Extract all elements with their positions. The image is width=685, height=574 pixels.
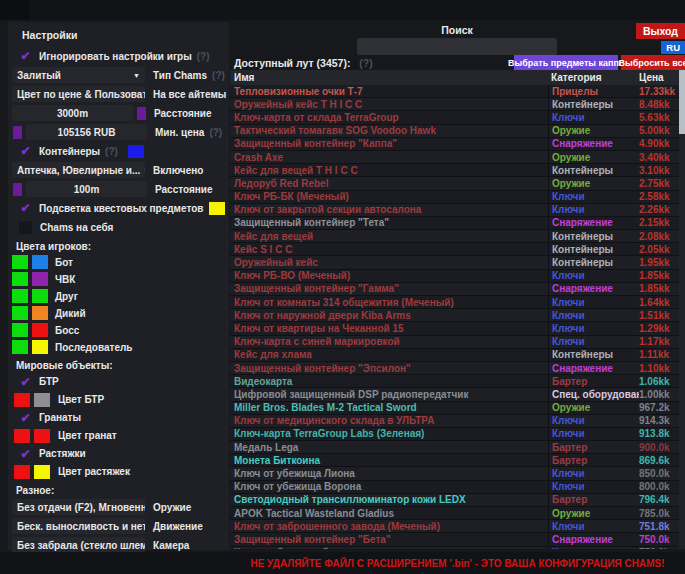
all-items-dropdown[interactable]: Цвет по цене & Пользователь ▼ [12, 86, 145, 102]
containers-row[interactable]: ✔ Контейнеры (?) [18, 143, 229, 159]
grenades-color-swatch-primary[interactable] [14, 429, 30, 443]
quest-highlight-color-swatch[interactable] [209, 202, 225, 215]
table-row[interactable]: Miller Bros. Blades M-2 Tactical Sword О… [230, 402, 679, 415]
table-row[interactable]: Защищенный контейнер "Гамма" Снаряжение … [230, 283, 679, 296]
table-row[interactable]: Ключ-карта от склада TerraGroup Ключи 5.… [230, 111, 679, 124]
table-row[interactable]: Ключ РБ-БК (Меченый) Ключи 2.58kk [230, 191, 679, 204]
table-row[interactable]: Кейс для хлама Контейнеры 1.11kk [230, 349, 679, 362]
table-row[interactable]: Ледоруб Red Rebel Оружие 2.75kk [230, 177, 679, 190]
table-row[interactable]: Защищенный контейнер "Эпсилон" Снаряжени… [230, 362, 679, 375]
column-header-category[interactable]: Категория [548, 72, 639, 83]
help-icon[interactable]: (?) [359, 57, 372, 69]
exit-button[interactable]: Выход [636, 23, 685, 39]
table-row[interactable]: Цифровой защищенный DSP радиопередатчик … [230, 388, 679, 401]
table-row[interactable]: Ключ от убежища Лиона Ключи 850.0k [230, 467, 679, 480]
table-row[interactable]: Медаль Lega Бартер 900.0k [230, 441, 679, 454]
distance-row: 3000m Расстояние [12, 105, 229, 121]
btr-color-swatch-secondary[interactable] [34, 393, 50, 407]
checkmark-icon[interactable]: ✔ [18, 49, 33, 63]
column-header-price[interactable]: Цена [639, 72, 679, 83]
weapon-dropdown[interactable]: Без отдачи (F2), Мгновенное п ▼ [12, 499, 145, 515]
distance-input[interactable]: 3000m [12, 105, 133, 121]
player-color-swatch-secondary[interactable] [32, 323, 48, 337]
checkmark-icon[interactable]: ✔ [18, 201, 33, 215]
table-scrollbar[interactable] [679, 70, 685, 549]
help-icon[interactable]: (?) [209, 127, 222, 138]
containers-color-swatch[interactable] [128, 145, 144, 158]
btr-color-swatch-primary[interactable] [14, 393, 30, 407]
chams-type-dropdown[interactable]: Залитый ▼ [12, 67, 145, 83]
checkbox-unchecked[interactable] [19, 221, 32, 234]
table-row[interactable]: Защищенный контейнер "Тета" Снаряжение 2… [230, 217, 679, 230]
table-row[interactable]: Ключ от заброшенного завода (Меченый) Кл… [230, 520, 679, 533]
table-row[interactable]: Ключ от медицинского склада в УЛЬТРА Клю… [230, 415, 679, 428]
checkmark-icon[interactable]: ✔ [18, 447, 33, 461]
table-row[interactable]: Ключ от закрытой секции автосалона Ключи… [230, 204, 679, 217]
player-color-swatch-secondary[interactable] [32, 272, 48, 286]
select-kappa-items-button[interactable]: Выбрать предметы каппа [514, 55, 618, 70]
discard-all-button[interactable]: Выбросить все [621, 55, 685, 70]
table-row[interactable]: Тактический томагавк SOG Voodoo Hawk Ору… [230, 125, 679, 138]
table-row[interactable]: Ключ от квартиры на Чеканной 15 Ключи 1.… [230, 322, 679, 335]
table-row[interactable]: Оружейный кейс T H I C C Контейнеры 8.48… [230, 98, 679, 111]
help-icon[interactable]: (?) [212, 70, 225, 81]
table-row[interactable]: Видеокарта Бартер 1.06kk [230, 375, 679, 388]
player-color-swatch-primary[interactable] [12, 340, 28, 354]
player-color-swatch-primary[interactable] [12, 272, 28, 286]
checkmark-icon[interactable]: ✔ [18, 144, 33, 158]
table-row[interactable]: Оружейный кейс Контейнеры 1.95kk [230, 256, 679, 269]
table-row[interactable]: Ключ-карта TerraGroup Labs (Зеленая) Клю… [230, 428, 679, 441]
containers-distance-color-swatch[interactable] [13, 183, 22, 196]
min-price-input[interactable]: 105156 RUB [26, 124, 147, 140]
table-row[interactable]: Ключ от убежища Ворона Ключи 800.0k [230, 481, 679, 494]
player-color-swatch-secondary[interactable] [32, 255, 48, 269]
table-row[interactable]: Кейс для вещей Контейнеры 2.08kk [230, 230, 679, 243]
table-row[interactable]: Ключ от наружной двери Kiba Arms Ключи 1… [230, 309, 679, 322]
table-row[interactable]: Ключ от комнаты 314 общежития (Меченый) … [230, 296, 679, 309]
tripwires-color-swatch-primary[interactable] [14, 465, 30, 479]
help-icon[interactable]: (?) [105, 146, 118, 157]
quest-highlight-row[interactable]: ✔ Подсветка квестовых предметов [18, 200, 229, 216]
player-color-swatch-secondary[interactable] [32, 306, 48, 320]
table-row[interactable]: Монета Биткоина Бартер 869.6k [230, 454, 679, 467]
movement-dropdown[interactable]: Беск. выносливость и нет уста ▼ [12, 518, 145, 534]
table-row[interactable]: Ключ от базы снабжения Ключи 750.0k [230, 547, 679, 549]
table-row[interactable]: Тепловизионные очки Т-7 Прицелы 17.33kk [230, 85, 679, 98]
chams-self-row[interactable]: Chams на себя [18, 219, 229, 235]
min-price-color-swatch[interactable] [13, 126, 22, 139]
camera-dropdown[interactable]: Без забрала (стекло шлема) ▼ [12, 537, 145, 553]
table-row[interactable]: APOK Tactical Wasteland Gladius Оружие 7… [230, 507, 679, 520]
tripwires-row[interactable]: ✔ Растяжки [18, 446, 229, 461]
table-row[interactable]: Кейс для вещей T H I C C Контейнеры 3.10… [230, 164, 679, 177]
table-row[interactable]: Защищенный контейнер "Бета" Снаряжение 7… [230, 533, 679, 546]
containers-distance-input[interactable]: 100m [26, 181, 147, 197]
table-row[interactable]: Светодиодный трансиллюминатор кожи LEDX … [230, 494, 679, 507]
scrollbar-thumb[interactable] [679, 70, 685, 134]
player-color-swatch-primary[interactable] [12, 255, 28, 269]
player-color-swatch-primary[interactable] [12, 289, 28, 303]
checkmark-icon[interactable]: ✔ [18, 375, 33, 389]
table-row[interactable]: Защищенный контейнер "Каппа" Снаряжение … [230, 138, 679, 151]
loot-item-category: Контейнеры [548, 256, 639, 268]
player-color-swatch-primary[interactable] [12, 306, 28, 320]
table-row[interactable]: Crash Axe Оружие 3.40kk [230, 151, 679, 164]
player-color-swatch-secondary[interactable] [32, 289, 48, 303]
grenades-color-swatch-secondary[interactable] [34, 429, 50, 443]
distance-color-swatch[interactable] [137, 107, 146, 120]
btr-row[interactable]: ✔ БТР [18, 374, 229, 389]
player-color-swatch-primary[interactable] [12, 323, 28, 337]
language-button[interactable]: RU [661, 41, 685, 54]
player-color-swatch-secondary[interactable] [32, 340, 48, 354]
table-row[interactable]: Кейс S I C C Контейнеры 2.05kk [230, 243, 679, 256]
help-icon[interactable]: (?) [197, 51, 210, 62]
containers-filter-dropdown[interactable]: Аптечка, Ювелирные и... ▼ [12, 162, 145, 178]
checkmark-icon[interactable]: ✔ [18, 411, 33, 425]
column-header-name[interactable]: Имя [230, 72, 548, 83]
search-input[interactable] [357, 38, 557, 55]
tripwires-color-swatch-secondary[interactable] [34, 465, 50, 479]
ignore-game-settings-row[interactable]: ✔ Игнорировать настройки игры (?) [18, 48, 229, 64]
table-row[interactable]: Ключ-карта с синей маркировкой Ключи 1.1… [230, 336, 679, 349]
table-row[interactable]: Ключ РБ-ВО (Меченый) Ключи 1.85kk [230, 270, 679, 283]
loot-item-name: Ключ-карта TerraGroup Labs (Зеленая) [230, 428, 548, 439]
grenades-row[interactable]: ✔ Гранаты [18, 410, 229, 425]
